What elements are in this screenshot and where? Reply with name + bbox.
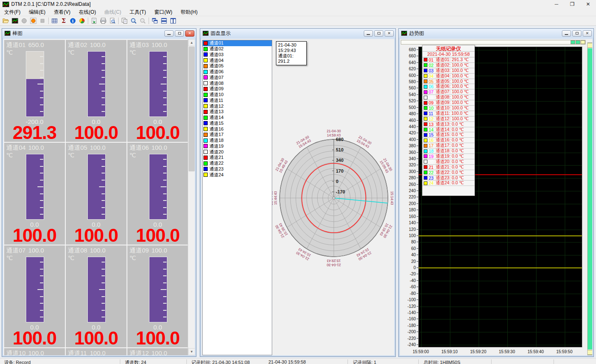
channel-item-18[interactable]: 通道18: [203, 138, 272, 144]
legend-channel-number: 22: [429, 170, 436, 175]
menu-item-edit[interactable]: 编辑(E): [25, 8, 50, 17]
trend-h-scrollbar[interactable]: [401, 40, 586, 45]
channel-color-swatch: [204, 150, 208, 154]
cascade-windows-icon[interactable]: [150, 17, 159, 25]
menu-item-help[interactable]: 帮助(H): [176, 8, 202, 17]
disc-titlebar[interactable]: 圆盘显示 ✕: [200, 29, 395, 38]
gauge-max-value: 100.0: [90, 144, 106, 151]
channel-color-swatch: [204, 144, 208, 148]
bar-restore-button[interactable]: [175, 30, 184, 37]
trend-hscroll-button[interactable]: [576, 40, 580, 44]
svg-text:14:59:43: 14:59:43: [327, 133, 340, 137]
bar-scrollbar-thumb[interactable]: [189, 47, 195, 171]
menu-item-tools[interactable]: 工具(T): [125, 8, 150, 17]
trend-vscroll-top-button[interactable]: [588, 43, 592, 48]
menu-item-online[interactable]: 在线(O): [74, 8, 100, 17]
v-gridline: [421, 47, 422, 347]
export-icon[interactable]: [89, 17, 99, 25]
gauge-tick-mark: [102, 200, 105, 201]
channel-item-16[interactable]: 通道16: [203, 126, 272, 132]
channel-color-swatch: [204, 81, 208, 85]
gauge-tick-mark: [40, 173, 43, 173]
svg-text:170: 170: [336, 168, 343, 173]
gauge-current-value: 100.0: [4, 225, 65, 246]
channel-item-08[interactable]: 通道08: [203, 80, 272, 86]
channel-item-22[interactable]: 通道22: [203, 161, 272, 166]
scroll-up-icon[interactable]: ▲: [188, 39, 195, 46]
bar-minimize-button[interactable]: [164, 30, 174, 37]
channel-item-14[interactable]: 通道14: [203, 115, 272, 121]
channel-item-06[interactable]: 通道06: [203, 69, 272, 75]
print-icon[interactable]: [99, 17, 108, 25]
channel-item-17[interactable]: 通道17: [203, 132, 272, 138]
legend-color-swatch: [424, 176, 427, 180]
trend-legend: 无纸记录仪 2021-04-30 15:59:58 01通道01: 291.3 …: [422, 45, 475, 196]
scroll-down-icon[interactable]: ▼: [188, 348, 195, 355]
table-icon[interactable]: [50, 17, 59, 25]
channel-item-09[interactable]: 通道09: [203, 86, 272, 92]
trend-restore-button[interactable]: [572, 30, 581, 37]
menu-item-curve[interactable]: 曲线(C): [100, 8, 126, 17]
bar-graph-body: 通道01650.0℃-200.0291.3通道02100.0℃0.0100.0通…: [3, 39, 195, 355]
realtime-chart-icon[interactable]: [10, 17, 20, 25]
h-gridline: [419, 242, 582, 243]
legend-channel-value: 通道07: 100.0 ℃: [436, 89, 469, 95]
channel-item-04[interactable]: 通道04: [203, 57, 272, 63]
channel-item-01[interactable]: 通道01: [203, 40, 272, 46]
trend-vscroll-bottom-button[interactable]: [588, 350, 592, 355]
gauge-tick-mark: [163, 63, 166, 64]
channel-item-10[interactable]: 通道10: [203, 92, 272, 98]
channel-item-20[interactable]: 通道20: [203, 149, 272, 155]
sigma-icon[interactable]: Σ: [59, 17, 68, 25]
channel-item-11[interactable]: 通道11: [203, 98, 272, 104]
trend-hscroll-button[interactable]: [571, 40, 575, 44]
copy-icon[interactable]: [120, 17, 129, 25]
channel-item-23[interactable]: 通道23: [203, 166, 272, 172]
channel-item-15[interactable]: 通道15: [203, 121, 272, 126]
channel-item-03[interactable]: 通道03: [203, 52, 272, 58]
channel-item-13[interactable]: 通道13: [203, 109, 272, 115]
channel-label: 通道19: [209, 143, 224, 149]
bar-close-button[interactable]: ✕: [185, 30, 194, 37]
menu-item-view[interactable]: 查看(V): [50, 8, 74, 17]
trend-vscroll-thumb[interactable]: [588, 48, 592, 349]
channel-item-07[interactable]: 通道07: [203, 75, 272, 81]
trend-minimize-button[interactable]: [562, 30, 571, 37]
channel-item-19[interactable]: 通道19: [203, 144, 272, 149]
disc-minimize-button[interactable]: [364, 30, 373, 37]
trend-close-button[interactable]: ✕: [583, 30, 592, 37]
app-close-button[interactable]: ✕: [580, 0, 596, 8]
bar-scrollbar[interactable]: ▲ ▼: [188, 39, 195, 355]
channel-label: 通道14: [209, 114, 224, 121]
open-folder-icon[interactable]: [1, 17, 10, 25]
trend-v-scrollbar[interactable]: [587, 42, 592, 355]
channel-item-02[interactable]: 通道02: [203, 46, 272, 52]
legend-color-swatch: [424, 69, 427, 72]
gauge-max-value: 100.0: [28, 144, 44, 151]
legend-color-swatch: [424, 106, 427, 110]
menu-item-file[interactable]: 文件(F): [0, 8, 25, 17]
mdi-area: 棒图 ✕ 通道01650.0℃-200.0291.3通道02100.0℃0.01…: [0, 26, 596, 358]
disc-close-button[interactable]: ✕: [385, 30, 394, 37]
info-icon[interactable]: i: [68, 17, 77, 25]
print-preview-icon[interactable]: [108, 17, 117, 25]
trend-titlebar[interactable]: 趋势图 ✕: [399, 29, 594, 38]
channel-item-21[interactable]: 通道21: [203, 155, 272, 161]
tile-vertical-icon[interactable]: [169, 17, 178, 25]
bar-graph-titlebar[interactable]: 棒图 ✕: [2, 29, 196, 38]
record-active-icon[interactable]: [29, 17, 38, 25]
trend-hscroll-button[interactable]: [581, 40, 585, 44]
tile-horizontal-icon[interactable]: [159, 17, 169, 25]
channel-item-24[interactable]: 通道24: [203, 172, 272, 178]
app-restore-button[interactable]: ❐: [564, 0, 580, 8]
app-minimize-button[interactable]: ─: [549, 0, 564, 8]
menu-item-windows[interactable]: 窗口(W): [150, 8, 176, 17]
pie-chart-icon[interactable]: [77, 17, 87, 25]
gauge-tick-mark: [163, 97, 166, 98]
zoom-in-icon[interactable]: [129, 17, 138, 25]
channel-item-12[interactable]: 通道12: [203, 103, 272, 109]
disc-restore-button[interactable]: [374, 30, 383, 37]
status-separator: [348, 359, 348, 364]
y-tick-label: 140: [400, 220, 416, 225]
channel-item-05[interactable]: 通道05: [203, 63, 272, 69]
